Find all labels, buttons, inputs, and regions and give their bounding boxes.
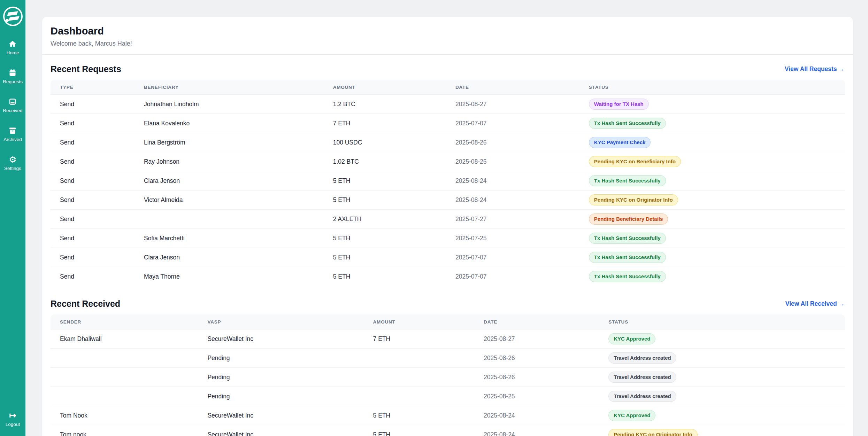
status-cell: Travel Address created: [608, 391, 845, 402]
table-cell: 1.02 BTC: [333, 158, 455, 165]
home-icon: [8, 39, 17, 48]
status-cell: KYC Payment Check: [589, 137, 845, 148]
page-title: Dashboard: [51, 25, 845, 37]
sidebar-item-archived[interactable]: Archived: [3, 126, 22, 142]
status-badge: Pending Beneficiary Details: [589, 213, 668, 225]
sidebar-nav: Home Requests Received: [3, 39, 23, 436]
calendar-icon: [8, 68, 17, 77]
status-cell: Tx Hash Sent Successfully: [589, 252, 845, 263]
dashboard-header: Dashboard Welcome back, Marcus Hale!: [42, 17, 853, 55]
status-cell: Travel Address created: [608, 372, 845, 383]
status-badge: Waiting for TX Hash: [589, 99, 649, 110]
table-row[interactable]: SendElana Kovalenko7 ETH2025-07-07Tx Has…: [51, 114, 845, 133]
dashboard-card: Dashboard Welcome back, Marcus Hale! Rec…: [42, 17, 853, 436]
table-cell: Clara Jenson: [144, 177, 333, 185]
app-sidebar: Home Requests Received: [0, 0, 25, 436]
table-cell: 7 ETH: [373, 335, 484, 343]
status-badge: KYC Approved: [608, 333, 655, 344]
table-cell: 1.2 BTC: [333, 101, 455, 108]
table-cell: Johnathan Lindholm: [144, 101, 333, 108]
status-cell: Pending KYC on Originator Info: [608, 429, 845, 436]
table-header-row: SenderVASPAmountDateStatus: [51, 314, 845, 329]
table-row[interactable]: SendJohnathan Lindholm1.2 BTC2025-08-27W…: [51, 94, 845, 114]
table-cell: 2 AXLETH: [333, 216, 455, 223]
status-cell: Tx Hash Sent Successfully: [589, 271, 845, 282]
table-row[interactable]: SendLina Bergström100 USDC2025-08-26KYC …: [51, 133, 845, 152]
status-cell: Pending Beneficiary Details: [589, 213, 845, 225]
table-cell: Sofia Marchetti: [144, 235, 333, 242]
table-cell: Maya Thorne: [144, 273, 333, 280]
table-cell: Send: [60, 139, 144, 146]
table-cell: Pending: [207, 355, 373, 362]
table-row[interactable]: SendVictor Almeida5 ETH2025-08-24Pending…: [51, 190, 845, 209]
status-badge: Travel Address created: [608, 391, 676, 402]
status-cell: Tx Hash Sent Successfully: [589, 118, 845, 129]
table-cell: Send: [60, 216, 144, 223]
table-row[interactable]: SendMaya Thorne5 ETH2025-07-07Tx Hash Se…: [51, 267, 845, 286]
table-cell: Elana Kovalenko: [144, 120, 333, 127]
table-cell: 5 ETH: [373, 431, 484, 436]
status-badge: Pending KYC on Beneficiary Info: [589, 156, 681, 167]
inbox-tray-icon: [8, 97, 17, 106]
table-cell: 5 ETH: [333, 235, 455, 242]
table-cell: 2025-08-25: [484, 393, 608, 400]
table-cell: Send: [60, 158, 144, 165]
status-badge: KYC Approved: [608, 410, 655, 421]
table-cell: Send: [60, 273, 144, 280]
table-cell: SecureWallet Inc: [207, 335, 373, 343]
view-all-requests-link[interactable]: View All Requests →: [785, 65, 845, 73]
column-header: Date: [455, 85, 589, 90]
received-table: SenderVASPAmountDateStatusEkam Dhaliwall…: [51, 314, 845, 436]
table-row[interactable]: Pending2025-08-25Travel Address created: [51, 387, 845, 406]
table-row[interactable]: Tom NookSecureWallet Inc5 ETH2025-08-24K…: [51, 406, 845, 425]
column-header: VASP: [207, 319, 373, 325]
table-cell: Send: [60, 196, 144, 204]
status-badge: Pending KYC on Originator Info: [608, 429, 698, 436]
table-cell: 2025-08-26: [484, 374, 608, 381]
table-row[interactable]: SendClara Jenson5 ETH2025-08-24Tx Hash S…: [51, 171, 845, 190]
status-badge: Tx Hash Sent Successfully: [589, 233, 666, 244]
table-cell: 2025-07-07: [455, 273, 589, 280]
recent-received-title: Recent Received: [51, 299, 120, 309]
recent-requests-section: Recent Requests View All Requests → Type…: [42, 55, 853, 289]
table-cell: 2025-07-07: [455, 120, 589, 127]
table-cell: 2025-08-24: [455, 177, 589, 185]
recent-requests-title: Recent Requests: [51, 64, 121, 74]
main-content: Dashboard Welcome back, Marcus Hale! Rec…: [25, 0, 868, 436]
table-cell: Send: [60, 120, 144, 127]
table-cell: 5 ETH: [333, 273, 455, 280]
table-cell: Tom nook: [60, 431, 207, 436]
status-badge: Travel Address created: [608, 352, 676, 364]
requests-table: TypeBeneficiaryAmountDateStatusSendJohna…: [51, 80, 845, 286]
status-cell: Travel Address created: [608, 352, 845, 364]
status-cell: Pending KYC on Originator Info: [589, 194, 845, 205]
status-cell: KYC Approved: [608, 333, 845, 344]
table-row[interactable]: Tom nookSecureWallet Inc5 ETH2025-08-24P…: [51, 425, 845, 436]
table-cell: 2025-08-24: [484, 431, 608, 436]
sidebar-item-received[interactable]: Received: [3, 97, 22, 113]
table-cell: 7 ETH: [333, 120, 455, 127]
table-cell: 100 USDC: [333, 139, 455, 146]
table-cell: Lina Bergström: [144, 139, 333, 146]
status-badge: Tx Hash Sent Successfully: [589, 252, 666, 263]
table-row[interactable]: SendSofia Marchetti5 ETH2025-07-25Tx Has…: [51, 228, 845, 248]
table-cell: 2025-07-25: [455, 235, 589, 242]
column-header: Amount: [373, 319, 484, 325]
table-cell: Ray Johnson: [144, 158, 333, 165]
table-cell: 2025-07-07: [455, 254, 589, 261]
table-row[interactable]: SendClara Jenson5 ETH2025-07-07Tx Hash S…: [51, 248, 845, 267]
sidebar-item-home[interactable]: Home: [6, 39, 19, 55]
table-row[interactable]: Send2 AXLETH2025-07-27Pending Beneficiar…: [51, 209, 845, 228]
table-row[interactable]: Pending2025-08-26Travel Address created: [51, 348, 845, 367]
sidebar-item-requests[interactable]: Requests: [3, 68, 23, 84]
table-row[interactable]: Ekam DhaliwallSecureWallet Inc7 ETH2025-…: [51, 329, 845, 348]
sidebar-item-settings[interactable]: ⚙ Settings: [4, 155, 21, 171]
column-header: Sender: [60, 319, 207, 325]
view-all-received-link[interactable]: View All Received →: [785, 300, 845, 307]
app-logo[interactable]: [3, 7, 23, 26]
status-cell: Tx Hash Sent Successfully: [589, 175, 845, 186]
table-row[interactable]: Pending2025-08-26Travel Address created: [51, 367, 845, 387]
logout-icon: ↦: [8, 411, 17, 420]
table-row[interactable]: SendRay Johnson1.02 BTC2025-08-25Pending…: [51, 152, 845, 171]
sidebar-item-logout[interactable]: ↦ Logout: [6, 411, 20, 427]
